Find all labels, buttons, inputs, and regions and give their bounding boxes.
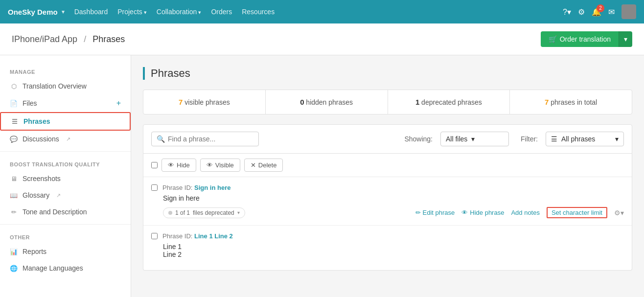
phrase-row-2-line-2: Line 2 bbox=[163, 251, 624, 258]
breadcrumb-current: Phrases bbox=[92, 34, 125, 44]
all-phrases-label: All phrases bbox=[561, 135, 595, 143]
files-badge-suffix: files deprecated bbox=[193, 209, 234, 216]
search-box: 🔍 bbox=[151, 132, 259, 146]
brand-chevron: ▾ bbox=[62, 9, 65, 15]
phrase-row-1-id: Phrase ID: Sign in here bbox=[162, 184, 230, 191]
sidebar-item-discussions[interactable]: 💬 Discussions ↗ bbox=[0, 131, 131, 147]
manage-languages-icon: 🌐 bbox=[10, 265, 18, 272]
breadcrumb-bar: IPhone/iPad App / Phrases 🛒 Order transl… bbox=[0, 23, 644, 55]
all-phrases-select[interactable]: ☰ All phrases ▾ bbox=[546, 132, 624, 146]
sidebar-label-files: Files bbox=[23, 99, 37, 107]
stat-deprecated-label: deprecated phrases bbox=[421, 98, 482, 106]
main-content: Phrases 7 visible phrases 0 hidden phras… bbox=[131, 55, 644, 297]
phrase-row-1-footer: 1 of 1 files deprecated ▾ ✏ Edit phrase … bbox=[163, 207, 624, 218]
brand[interactable]: OneSky Demo ▾ bbox=[8, 8, 65, 16]
add-notes-link[interactable]: Add notes bbox=[511, 209, 540, 216]
stat-visible: 7 visible phrases bbox=[143, 90, 266, 114]
breadcrumb-project[interactable]: IPhone/iPad App bbox=[12, 34, 77, 44]
boost-label: BOOST TRANSLATION QUALITY bbox=[0, 156, 131, 170]
stat-visible-label: visible phrases bbox=[184, 98, 230, 106]
nav-resources[interactable]: Resources bbox=[242, 8, 275, 16]
files-badge-count: 1 of 1 bbox=[175, 209, 190, 216]
sidebar-item-files[interactable]: 📄 Files + bbox=[0, 94, 131, 112]
order-translation-button[interactable]: 🛒 Order translation bbox=[541, 31, 619, 47]
phrase-row-1-gear-icon[interactable]: ⚙▾ bbox=[614, 209, 624, 217]
files-plus-button[interactable]: + bbox=[116, 99, 121, 108]
phrase-row-1-text: Sign in here bbox=[163, 194, 624, 202]
hide-phrase-icon: 👁 bbox=[461, 209, 468, 216]
avatar[interactable] bbox=[621, 4, 636, 19]
nav-dashboard[interactable]: Dashboard bbox=[74, 8, 108, 16]
phrase-row-2-text: Line 1 Line 2 bbox=[163, 243, 624, 258]
all-phrases-chevron: ▾ bbox=[615, 135, 619, 143]
order-translation-dropdown[interactable]: ▾ bbox=[619, 31, 632, 47]
sidebar-item-tone[interactable]: ✏ Tone and Description bbox=[0, 204, 131, 220]
phrase-row: Phrase ID: Sign in here Sign in here 1 o… bbox=[143, 177, 632, 226]
phrase-row-1-key: Sign in here bbox=[194, 184, 230, 191]
sidebar: MANAGE ⬡ Translation Overview 📄 Files + … bbox=[0, 55, 131, 297]
phrase-row-1-files[interactable]: 1 of 1 files deprecated ▾ bbox=[163, 207, 245, 218]
sidebar-item-reports[interactable]: 📊 Reports bbox=[0, 243, 131, 260]
glossary-ext-icon: ↗ bbox=[56, 192, 61, 199]
files-icon: 📄 bbox=[10, 100, 18, 107]
other-label: OTHER bbox=[0, 228, 131, 243]
all-files-chevron: ▾ bbox=[471, 135, 475, 143]
phrase-row-2-id: Phrase ID: Line 1 Line 2 bbox=[162, 232, 233, 240]
screenshots-icon: 🖥 bbox=[10, 175, 18, 183]
stat-hidden-label: hidden phrases bbox=[306, 98, 353, 106]
sidebar-label-screenshots: Screenshots bbox=[23, 175, 61, 183]
notification-badge: 2 bbox=[597, 4, 604, 12]
nav-right: ?▾ ⚙ 🔔 2 ✉ bbox=[563, 4, 636, 19]
visible-button[interactable]: 👁 Visible bbox=[200, 159, 240, 172]
delete-button[interactable]: ✕ Delete bbox=[244, 159, 283, 172]
hide-button[interactable]: 👁 Hide bbox=[161, 159, 196, 172]
help-icon[interactable]: ?▾ bbox=[563, 7, 571, 17]
brand-name: OneSky Demo bbox=[8, 8, 58, 16]
hide-phrase-link[interactable]: 👁 Hide phrase bbox=[461, 209, 504, 216]
select-all-checkbox[interactable] bbox=[151, 162, 158, 168]
phrase-row-1-checkbox[interactable] bbox=[151, 184, 158, 191]
top-nav: OneSky Demo ▾ Dashboard Projects Collabo… bbox=[0, 0, 644, 23]
search-filter-bar: 🔍 Showing: All files ▾ Filter: ☰ All phr… bbox=[143, 124, 632, 154]
search-input[interactable] bbox=[168, 135, 246, 143]
sidebar-item-glossary[interactable]: 📖 Glossary ↗ bbox=[0, 187, 131, 204]
phrase-row-2-header: Phrase ID: Line 1 Line 2 bbox=[151, 232, 624, 240]
stat-deprecated-num: 1 bbox=[415, 98, 419, 106]
stat-visible-num: 7 bbox=[179, 98, 183, 106]
sidebar-label-tone: Tone and Description bbox=[23, 208, 87, 216]
search-icon: 🔍 bbox=[157, 135, 165, 143]
translation-overview-icon: ⬡ bbox=[10, 83, 18, 90]
stat-total: 7 phrases in total bbox=[510, 90, 632, 114]
glossary-icon: 📖 bbox=[10, 192, 18, 199]
all-files-select[interactable]: All files ▾ bbox=[440, 132, 509, 146]
sidebar-item-phrases[interactable]: ☰ Phrases bbox=[0, 112, 131, 131]
nav-orders[interactable]: Orders bbox=[211, 8, 232, 16]
messages-icon[interactable]: ✉ bbox=[608, 7, 615, 17]
cart-icon: 🛒 bbox=[549, 35, 557, 43]
nav-collaboration[interactable]: Collaboration bbox=[157, 8, 202, 16]
sidebar-item-translation-overview[interactable]: ⬡ Translation Overview bbox=[0, 78, 131, 94]
phrase-row-2-checkbox[interactable] bbox=[151, 233, 158, 239]
showing-label: Showing: bbox=[404, 135, 433, 143]
edit-phrase-link[interactable]: ✏ Edit phrase bbox=[415, 209, 455, 216]
page-title: Phrases bbox=[143, 67, 632, 80]
all-files-label: All files bbox=[446, 135, 467, 143]
phrases-table: 👁 Hide 👁 Visible ✕ Delete Phrase ID: bbox=[143, 154, 632, 271]
tone-icon: ✏ bbox=[10, 208, 18, 216]
stat-total-label: phrases in total bbox=[551, 98, 597, 106]
settings-icon[interactable]: ⚙ bbox=[578, 7, 585, 17]
sidebar-item-manage-languages[interactable]: 🌐 Manage Languages bbox=[0, 260, 131, 276]
sidebar-label-manage-languages: Manage Languages bbox=[23, 264, 83, 272]
sidebar-item-screenshots[interactable]: 🖥 Screenshots bbox=[0, 170, 131, 187]
set-character-limit-button[interactable]: Set character limit bbox=[547, 207, 607, 218]
phrases-icon: ☰ bbox=[11, 118, 19, 125]
nav-projects[interactable]: Projects bbox=[117, 8, 147, 16]
delete-icon: ✕ bbox=[251, 161, 256, 169]
files-badge-dot bbox=[168, 211, 172, 215]
stat-hidden: 0 hidden phrases bbox=[266, 90, 388, 114]
notifications-icon[interactable]: 🔔 2 bbox=[592, 7, 601, 17]
phrase-row-2: Phrase ID: Line 1 Line 2 Line 1 Line 2 bbox=[143, 226, 632, 270]
phrase-row-1-header: Phrase ID: Sign in here bbox=[151, 184, 624, 191]
nav-links: Dashboard Projects Collaboration Orders … bbox=[74, 8, 553, 16]
sidebar-label-glossary: Glossary bbox=[23, 191, 49, 199]
